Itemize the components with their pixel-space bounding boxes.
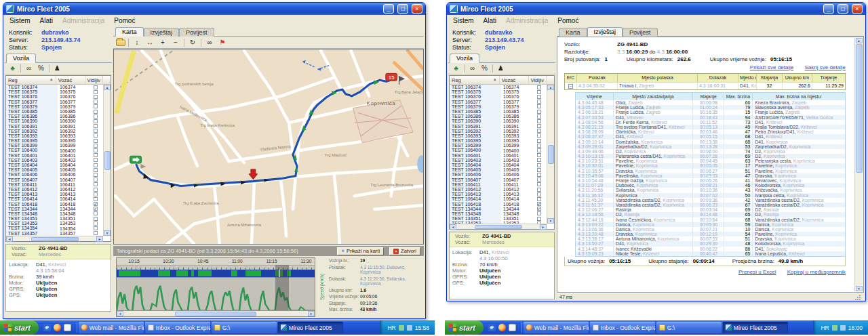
table-row[interactable]: TEST 106414106414 [450, 196, 547, 201]
table-row[interactable]: 4.3 08:37:47D41, Križevci00:05:1568D41, … [576, 134, 845, 139]
tacho-graph[interactable]: 10:1510:3010:4511:0011:1511:30 ◄ ► [116, 257, 315, 317]
visible-checkbox[interactable] [537, 197, 541, 201]
zoom-out-icon[interactable]: − [170, 37, 181, 47]
tacho-hscrollbar[interactable]: ◄ ► [117, 310, 315, 316]
vehicle-group-icon[interactable]: ♣ [451, 64, 461, 73]
visible-checkbox[interactable] [94, 182, 98, 186]
search-vehicle-icon[interactable]: ∞ [24, 64, 34, 73]
visible-checkbox[interactable] [94, 211, 98, 215]
minimize-button[interactable]: _ [823, 4, 834, 14]
table-row[interactable]: 4.3 11:51:37Varaždinska cesta/D2, Kopriv… [576, 203, 845, 207]
table-row[interactable]: TEST 106392106392 [450, 129, 547, 133]
show-all-details-link[interactable]: Prikaži sve detalje [750, 64, 793, 70]
task-button[interactable]: Inbox - Outlook Express [590, 322, 655, 333]
tab-vozila[interactable]: Vozila [450, 54, 479, 63]
table-row[interactable]: TEST 106386106386 [6, 114, 103, 119]
table-row[interactable]: TEST 106379106379 [6, 104, 103, 109]
table-row[interactable]: 4.3 07:33:53D41, Vrbovec00:18:4394A3/D3/… [576, 115, 845, 120]
table-row[interactable]: 4.3 10:13:15Peteranska cesta/D41, Kopriv… [576, 154, 845, 159]
table-row[interactable]: 4.3 12:18:56D2, Rasinja00:14:4865D2, Ras… [576, 212, 845, 217]
table-row[interactable]: TEST 106386106386 [450, 114, 547, 119]
show-on-map-button[interactable]: ⌖Prikaži na karti [337, 247, 384, 255]
title-bar[interactable]: Mireo Fleet 2005 _ □ × [3, 3, 425, 15]
scroll-right-icon[interactable]: ► [308, 311, 315, 316]
language-indicator[interactable]: HR [387, 324, 395, 331]
table-row[interactable]: 4.3 10:49:06Pavelinska, Koprivnica00:03:… [576, 173, 845, 178]
table-row[interactable]: 4.3 10:30:01Paveline, Koprivnica00:05:05… [576, 163, 845, 168]
find-on-map-icon[interactable]: ∞ [204, 37, 215, 47]
table-row[interactable]: 4.3 12:44:16Ivana Česmičkog, Koprivnica0… [576, 217, 845, 222]
visible-checkbox[interactable] [537, 148, 541, 152]
visible-checkbox[interactable] [94, 153, 98, 157]
visible-checkbox[interactable] [537, 177, 541, 182]
visible-checkbox[interactable] [94, 104, 98, 108]
visible-checkbox[interactable] [94, 188, 98, 192]
table-row[interactable]: TEST 106375106375 [6, 89, 103, 94]
table-row[interactable]: 4.3 08:28:09Obrtnička, Križevci00:03:464… [576, 129, 845, 134]
maximize-button[interactable]: □ [397, 4, 408, 14]
table-row[interactable]: TEST 106400106400 [450, 148, 547, 152]
visible-checkbox[interactable] [94, 110, 98, 114]
tray-network-icon[interactable] [399, 325, 404, 331]
scroll-up-icon[interactable]: ▲ [104, 85, 111, 90]
visible-checkbox[interactable] [537, 100, 541, 104]
visible-checkbox[interactable] [537, 104, 541, 108]
visible-checkbox[interactable] [94, 95, 98, 99]
table-row[interactable]: 4.3 10:23:51Paveline, Koprivnica00:04:45… [576, 159, 845, 163]
visible-checkbox[interactable] [537, 153, 541, 157]
visible-checkbox[interactable] [94, 158, 98, 162]
start-button[interactable]: start [0, 320, 39, 335]
visible-checkbox[interactable] [94, 177, 98, 182]
ie-icon[interactable]: e [488, 324, 496, 331]
table-row[interactable]: 4.3 10:54:48Franje Gažija, Koprivnica00:… [576, 178, 845, 183]
close-button[interactable]: × [852, 4, 863, 14]
table-row[interactable]: 4.3 11:36:32Koprivnica 00:07:0250Ivanjsk… [576, 193, 845, 198]
ie-icon[interactable]: e [43, 324, 51, 331]
maximize-button[interactable]: □ [837, 4, 848, 14]
percent-icon[interactable]: % [36, 64, 46, 73]
scroll-down-icon[interactable]: ▼ [104, 230, 111, 236]
visible-checkbox[interactable] [94, 85, 98, 89]
visible-checkbox[interactable] [537, 192, 541, 196]
visible-checkbox[interactable] [94, 197, 98, 201]
table-row[interactable]: TEST 134354134354 [6, 226, 103, 230]
visible-checkbox[interactable]: ✓ [94, 202, 98, 206]
table-row[interactable]: TEST 106404106404 [6, 163, 103, 167]
table-row[interactable]: TEST 134348134348 [6, 211, 103, 216]
table-row[interactable]: TEST 106405106405 [450, 167, 547, 172]
percent-icon[interactable]: % [479, 64, 490, 73]
tab-karta[interactable]: Karta [559, 28, 587, 37]
table-row[interactable]: TEST 106393106393 [450, 133, 547, 138]
vehicle-group-icon[interactable]: ♣ [7, 64, 18, 73]
table-row[interactable]: TEST 134344134344✓ [6, 207, 103, 211]
scroll-right-icon[interactable]: ► [96, 236, 103, 242]
copy-clipboard-link[interactable]: Kopiraj u međuspremnik [787, 269, 846, 275]
open-map-icon[interactable] [116, 39, 125, 46]
visible-checkbox[interactable] [537, 211, 541, 215]
table-row[interactable]: TEST 106391106391 [450, 124, 547, 129]
pan-horizontal-icon[interactable]: ↔ [144, 37, 155, 47]
close-button[interactable]: × [412, 4, 422, 14]
scroll-down-icon[interactable]: ▼ [547, 218, 554, 224]
table-row[interactable]: TEST 106405106405 [6, 167, 103, 172]
table-row[interactable]: 4.3 09:10:14Domžalska, Koprivnica00:13:3… [576, 140, 845, 144]
vehicle-vscrollbar[interactable]: ▲ ▼ [547, 85, 554, 224]
visible-checkbox[interactable] [537, 124, 541, 128]
show-desktop-icon[interactable] [64, 324, 71, 331]
table-row[interactable]: TEST 106391106391 [6, 124, 103, 129]
table-row[interactable]: 4.3 15:09:23Nikole Tesle, Križevci00:40:… [576, 251, 845, 256]
table-row[interactable]: 4.3 05:17:33Franje Lučića, Zagreb01:00:2… [576, 105, 845, 110]
table-row[interactable]: TEST 134351134351 [6, 216, 103, 221]
visible-checkbox[interactable] [94, 222, 98, 226]
visible-checkbox[interactable] [537, 133, 541, 138]
table-row[interactable]: TEST 106407106407 [6, 177, 103, 182]
table-row[interactable]: TEST 106377106377 [6, 100, 103, 104]
show-desktop-icon[interactable] [509, 324, 516, 331]
table-row[interactable]: TEST 134353134353 [6, 221, 103, 226]
report-vscrollbar[interactable]: ▲ ▼ [854, 38, 863, 291]
flag-marker-icon[interactable]: ⚑ [217, 37, 228, 47]
menu-alati[interactable]: Alati [35, 16, 58, 25]
scroll-up-icon[interactable]: ▲ [856, 38, 863, 43]
table-row[interactable]: TEST 134351134351 [450, 216, 547, 221]
table-row[interactable]: TEST 106411106411 [450, 182, 547, 187]
